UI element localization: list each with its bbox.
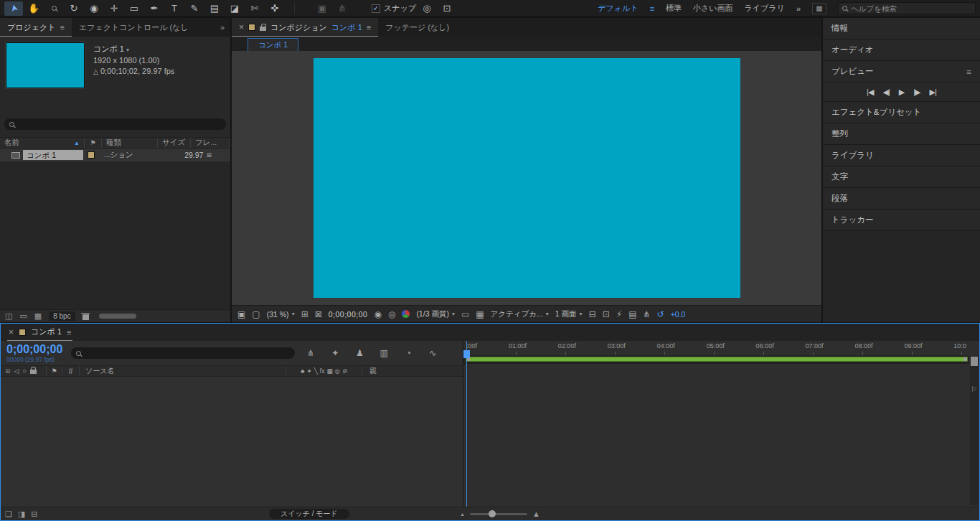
workspace-settings-icon[interactable]: ▦	[812, 3, 826, 14]
number-column-header[interactable]: #	[62, 366, 80, 376]
project-search-input[interactable]	[4, 118, 226, 130]
close-icon[interactable]: ×	[239, 22, 244, 32]
share-view-icon[interactable]: ⊟	[589, 309, 596, 319]
comp-marker-icon[interactable]: ⚐	[969, 385, 979, 393]
workspace-small-screen[interactable]: 小さい画面	[693, 3, 733, 14]
parent-column-header[interactable]: 親	[362, 366, 463, 376]
panel-effects-presets[interactable]: エフェクト&プリセット	[823, 102, 980, 123]
region-of-interest-icon[interactable]: ▭	[461, 309, 469, 319]
workspace-default[interactable]: デフォルト	[598, 3, 638, 14]
tab-project[interactable]: プロジェクト ≡	[0, 18, 72, 37]
graph-editor-icon[interactable]: ∿	[424, 348, 441, 358]
interpret-footage-icon[interactable]: ◫	[5, 311, 12, 321]
resolution-select[interactable]: (1/3 画質)▾	[416, 309, 455, 319]
timeline-search-input[interactable]	[71, 347, 295, 359]
puppet-pin-tool[interactable]: ✜	[265, 1, 284, 16]
audio-column-icon[interactable]: ◁	[14, 367, 19, 375]
snapshot-icon[interactable]: ◉	[374, 309, 381, 319]
close-icon[interactable]: ×	[9, 327, 14, 337]
hand-tool[interactable]: ✋	[24, 1, 43, 16]
rotation-tool[interactable]: ↻	[65, 1, 83, 16]
panel-preview[interactable]: プレビュー ≡	[823, 61, 980, 83]
column-type[interactable]: 種類	[102, 138, 158, 148]
item-name[interactable]: コンポ 1	[23, 150, 83, 160]
solo-column-icon[interactable]: ○	[22, 367, 26, 375]
composition-thumbnail[interactable]	[6, 42, 85, 88]
composition-viewer[interactable]	[232, 51, 821, 305]
panel-tracker[interactable]: トラッカー	[823, 210, 980, 231]
mask-visibility-icon[interactable]: ▣	[313, 1, 331, 16]
toggle-switches-pane-icon[interactable]: ❏	[5, 510, 12, 519]
toggle-transfer-pane-icon[interactable]: ◨	[18, 510, 25, 519]
camera-tool[interactable]: ◉	[85, 1, 103, 16]
tab-overflow-chevron[interactable]: »	[215, 23, 230, 32]
panel-menu-icon[interactable]: ≡	[367, 23, 371, 32]
comp-current-time[interactable]: 0;00;00;00	[329, 310, 368, 319]
tab-effect-controls[interactable]: エフェクトコントロール (なし	[72, 18, 196, 37]
workspace-libraries[interactable]: ライブラリ	[745, 3, 785, 14]
monitor-icon[interactable]: ▢	[252, 309, 260, 319]
playhead[interactable]	[466, 341, 467, 507]
zoom-tool[interactable]	[44, 1, 63, 16]
project-list-empty[interactable]	[0, 161, 230, 309]
shape-tool[interactable]: ▭	[125, 1, 143, 16]
snap-option-icon-1[interactable]: ◎	[418, 1, 436, 16]
brush-tool[interactable]: ✎	[185, 1, 204, 16]
horizontal-scrollbar[interactable]	[99, 314, 136, 319]
zoom-slider-handle[interactable]	[489, 510, 496, 517]
fast-previews-icon[interactable]: ⚡	[616, 309, 622, 319]
new-composition-icon[interactable]: ▦	[34, 311, 42, 321]
panel-align[interactable]: 整列	[823, 123, 980, 145]
label-color-swatch[interactable]	[88, 151, 95, 159]
roto-brush-tool[interactable]: ✄	[245, 1, 264, 16]
label-column-header[interactable]: ⚑	[47, 366, 62, 376]
composition-canvas[interactable]	[314, 58, 740, 298]
timeline-button-icon[interactable]: ▤	[628, 309, 636, 319]
column-name[interactable]: 名前▲	[0, 138, 85, 148]
first-frame-button[interactable]: |◀	[867, 88, 873, 97]
comp-navigator-tab[interactable]: コンポ 1	[248, 38, 298, 51]
current-time-display[interactable]: 0;00;00;00	[6, 343, 62, 355]
safe-areas-icon[interactable]: ⊞	[301, 309, 308, 319]
column-size[interactable]: サイズ	[158, 138, 191, 148]
pixel-aspect-icon[interactable]: ⊡	[603, 309, 610, 319]
switch-mode-button[interactable]: スイッチ / モード	[269, 509, 349, 519]
panel-audio[interactable]: オーディオ	[823, 39, 980, 61]
type-tool[interactable]: T	[165, 1, 184, 16]
exposure-value[interactable]: +0.0	[671, 310, 686, 319]
next-frame-button[interactable]: |▶	[913, 88, 920, 97]
zoom-in-mountain-icon[interactable]: ▲	[532, 510, 540, 518]
panel-character[interactable]: 文字	[823, 166, 980, 188]
tab-composition[interactable]: × コンポジション コンポ 1 ≡	[232, 18, 378, 37]
help-search-input[interactable]	[851, 4, 971, 13]
panel-libraries[interactable]: ライブラリ	[823, 145, 980, 166]
switches-column-header[interactable]: ♣ ✦ ╲ fx ▦ ◎ ⊘	[286, 366, 362, 376]
panel-info[interactable]: 情報	[823, 18, 980, 39]
transparency-grid-icon[interactable]: ▦	[476, 309, 484, 319]
flowchart-button-icon[interactable]: ⋔	[644, 309, 651, 319]
delete-icon[interactable]	[83, 314, 89, 320]
snap-option-icon-2[interactable]: ⊡	[438, 1, 456, 16]
always-preview-icon[interactable]: ▣	[237, 309, 245, 319]
column-label[interactable]: ⚑	[85, 138, 102, 148]
workspace-overflow-chevron[interactable]: »	[796, 4, 801, 13]
pen-tool[interactable]: ✒	[145, 1, 164, 16]
timeline-zoom-slider[interactable]	[470, 513, 527, 515]
panel-menu-icon[interactable]: ≡	[966, 67, 971, 76]
comp-mini-flowchart-icon[interactable]: ⋔	[302, 348, 319, 358]
panel-menu-icon[interactable]: ≡	[60, 23, 65, 32]
tab-timeline-comp[interactable]: × コンポ 1 ≡	[7, 324, 72, 341]
project-bit-depth-button[interactable]: 8 bpc	[49, 311, 75, 321]
prev-frame-button[interactable]: ◀|	[882, 88, 889, 97]
camera-select[interactable]: アクティブカ...▾	[491, 309, 549, 319]
frame-blending-icon[interactable]: ▥	[375, 348, 392, 358]
show-channels-icon[interactable]	[402, 310, 410, 318]
source-name-column-header[interactable]: ソース名	[80, 366, 286, 376]
panel-menu-icon[interactable]: ≡	[67, 328, 71, 337]
snap-checkbox[interactable]: ✓	[372, 4, 380, 13]
time-ruler[interactable]: :00f 01:00f 02:00f 03:00f 04:00f 05:00f …	[463, 341, 969, 355]
workspace-standard[interactable]: 標準	[666, 3, 682, 14]
play-button[interactable]: ▶	[899, 88, 904, 97]
work-area-bar[interactable]	[466, 357, 968, 362]
snap-toggle[interactable]: ✓ スナップ	[372, 3, 416, 14]
